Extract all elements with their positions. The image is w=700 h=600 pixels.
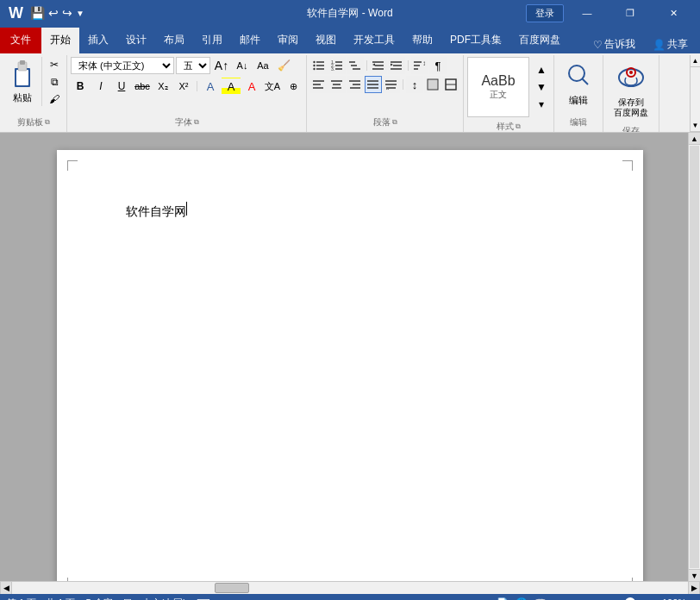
close-button[interactable]: ✕ (653, 0, 693, 26)
strikethrough-button[interactable]: abc (133, 78, 152, 95)
restore-button[interactable]: ❐ (610, 0, 650, 26)
copy-button[interactable]: ⧉ (46, 74, 63, 90)
svg-point-8 (313, 65, 315, 66)
h-scroll-track[interactable] (12, 582, 688, 594)
clipboard-expand-icon[interactable]: ⧉ (45, 118, 50, 127)
styles-expand-icon[interactable]: ⧉ (516, 122, 521, 131)
shrink-font-button[interactable]: A↓ (233, 57, 252, 74)
styles-up-button[interactable]: ▲ (533, 62, 550, 78)
tab-baidupan[interactable]: 百度网盘 (510, 28, 569, 53)
paste-button[interactable]: 粘贴 (3, 57, 42, 106)
shading-button[interactable] (424, 76, 441, 93)
doc-area[interactable]: 软件自学网 (0, 133, 700, 581)
font-color-button[interactable]: A (242, 78, 261, 95)
border-button[interactable] (442, 76, 459, 93)
clipboard-group-content: 粘贴 ✂ ⧉ 🖌 (3, 55, 63, 115)
numbered-list-button[interactable]: 1.2.3. (328, 57, 346, 74)
minimize-button[interactable]: — (567, 0, 607, 26)
enclosed-button[interactable]: ⊕ (284, 78, 303, 95)
align-left-icon (312, 78, 326, 91)
format-painter-button[interactable]: 🖌 (46, 91, 63, 107)
border-icon (444, 78, 458, 91)
tab-pdf[interactable]: PDF工具集 (441, 28, 510, 53)
highlight-button[interactable]: A (222, 78, 241, 95)
ribbon-scroll-up[interactable]: ▲ (691, 55, 700, 67)
font-expand-icon[interactable]: ⧉ (194, 118, 199, 127)
line-spacing-button[interactable]: ↕ (406, 76, 423, 93)
doc-content[interactable]: 软件自学网 (126, 202, 574, 221)
scroll-down-arrow[interactable]: ▼ (689, 569, 700, 581)
tell-me-button[interactable]: ♡ 告诉我 (588, 35, 641, 53)
h-scroll-thumb[interactable] (215, 583, 249, 593)
tab-home[interactable]: 开始 (41, 28, 79, 53)
scroll-left-arrow[interactable]: ◀ (0, 582, 12, 594)
clear-format-button[interactable]: 🧹 (274, 57, 293, 74)
share-button[interactable]: 👤 共享 (647, 35, 693, 53)
keyboard-icon: ⌨ (197, 597, 210, 601)
tab-help[interactable]: 帮助 (403, 28, 441, 53)
font-name-select[interactable]: 宋体 (中文正文) (71, 57, 174, 74)
cloud-save-icon (614, 60, 648, 97)
view-web-icon[interactable]: 🌐 (516, 597, 528, 601)
tab-view[interactable]: 视图 (307, 28, 345, 53)
decrease-indent-button[interactable] (370, 57, 387, 74)
align-center-button[interactable] (328, 76, 346, 93)
sort-button[interactable]: ↕ (411, 57, 428, 74)
zoom-in-button[interactable]: ＋ (646, 597, 655, 601)
scroll-up-arrow[interactable]: ▲ (689, 133, 700, 145)
font-group-label: 字体 ⧉ (71, 115, 303, 130)
bold-button[interactable]: B (71, 78, 90, 95)
save-to-cloud-button[interactable]: 保存到百度网盘 (607, 57, 655, 122)
superscript-button[interactable]: X² (174, 78, 193, 95)
doc-page[interactable]: 软件自学网 (57, 150, 643, 581)
tab-file[interactable]: 文件 (0, 28, 41, 53)
svg-point-55 (629, 71, 633, 74)
tab-insert[interactable]: 插入 (79, 28, 117, 53)
paragraph-group-label: 段落 ⧉ (310, 115, 459, 130)
tab-review[interactable]: 审阅 (269, 28, 307, 53)
distribute-button[interactable]: ↔ (383, 76, 400, 93)
scroll-right-arrow[interactable]: ▶ (688, 582, 700, 594)
italic-button[interactable]: I (91, 78, 110, 95)
subscript-button[interactable]: X₂ (153, 78, 172, 95)
title-bar: W 💾 ↩ ↪ ▼ 软件自学网 - Word 登录 — ❐ ✕ (0, 0, 700, 26)
tab-references[interactable]: 引用 (193, 28, 231, 53)
text-effect-button[interactable]: A (201, 78, 220, 95)
redo-icon[interactable]: ↪ (62, 6, 72, 20)
cut-button[interactable]: ✂ (46, 57, 63, 72)
tab-design[interactable]: 设计 (117, 28, 155, 53)
styles-gallery[interactable]: AaBb 正文 (467, 57, 529, 117)
styles-more-button[interactable]: ▾ (533, 97, 550, 112)
tab-layout[interactable]: 布局 (155, 28, 193, 53)
paragraph-expand-icon[interactable]: ⧉ (392, 118, 397, 127)
view-read-icon[interactable]: 📖 (534, 597, 547, 601)
login-button[interactable]: 登录 (526, 4, 564, 22)
find-replace-button[interactable]: 编辑 (558, 59, 599, 110)
proofing-icon[interactable]: ☐ (123, 597, 132, 601)
bullet-list-button[interactable] (310, 57, 328, 74)
show-marks-button[interactable]: ¶ (429, 57, 447, 74)
styles-down-button[interactable]: ▼ (533, 79, 550, 95)
undo-icon[interactable]: ↩ (48, 6, 59, 20)
quick-access-dropdown[interactable]: ▼ (76, 9, 84, 18)
justify-button[interactable] (365, 76, 382, 93)
change-case-button[interactable]: Aa (253, 57, 272, 74)
language[interactable]: 中文(中国) (142, 597, 186, 601)
clipboard-group: 粘贴 ✂ ⧉ 🖌 剪贴板 ⧉ (0, 55, 67, 132)
increase-indent-button[interactable] (388, 57, 405, 74)
align-left-button[interactable] (310, 76, 328, 93)
ribbon-scroll-down[interactable]: ▼ (691, 120, 700, 132)
align-right-button[interactable] (347, 76, 364, 93)
word-count: 5 个字 (85, 597, 112, 601)
tab-developer[interactable]: 开发工具 (345, 28, 403, 53)
font-size-select[interactable]: 五号 (176, 57, 210, 74)
tab-mailings[interactable]: 邮件 (231, 28, 269, 53)
save-icon[interactable]: 💾 (30, 6, 45, 20)
zoom-out-button[interactable]: － (553, 597, 563, 601)
phonetic-guide-button[interactable]: 文A (263, 78, 282, 95)
grow-font-button[interactable]: A↑ (212, 57, 231, 74)
underline-button[interactable]: U (112, 78, 131, 95)
multilevel-list-button[interactable] (347, 57, 364, 74)
view-normal-icon[interactable]: 📄 (497, 597, 509, 601)
font-format-row: B I U abc X₂ X² A A A 文A ⊕ (71, 78, 303, 95)
